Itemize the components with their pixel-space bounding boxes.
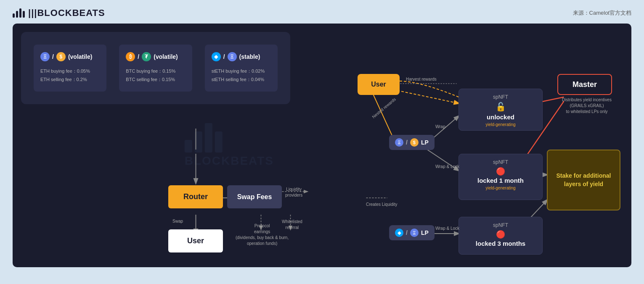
fee-card-3-fees: stETH buying fee：0.02% stETH selling fee… bbox=[212, 67, 271, 84]
dai-icon: $ bbox=[56, 52, 66, 61]
steth-buying-fee: stETH buying fee：0.02% bbox=[212, 67, 271, 76]
lp2-slash: / bbox=[406, 229, 408, 236]
router-label: Router bbox=[183, 192, 208, 201]
lp1-dai-icon: $ bbox=[410, 138, 419, 147]
fee-panel: Ξ / $ (volatile) ETH buying fee：0.05% ET… bbox=[21, 32, 290, 104]
swap-label: Swap bbox=[172, 219, 183, 224]
swap-fees-box: Swap Fees bbox=[227, 185, 282, 208]
wrap-lock-label-2: Wrap & Lock bbox=[435, 226, 459, 231]
btc-buying-fee: BTC buying fee：0.15% bbox=[126, 67, 185, 76]
fee-card-3-header: ◈ / Ξ (stable) bbox=[212, 52, 271, 61]
fee-card-2-header: ₿ / ₮ (volatile) bbox=[126, 52, 185, 61]
watermark-text: BLOCKBEATS bbox=[185, 154, 274, 168]
spnft-locked3-main: locked 3 months bbox=[464, 240, 537, 247]
lp2-eth-icon: Ξ bbox=[410, 229, 419, 237]
spnft-locked1-box: spNFT 🔴 locked 1 month yield-generating bbox=[458, 154, 543, 200]
steth-icon: ◈ bbox=[212, 52, 221, 61]
fee-card-3-type: (stable) bbox=[239, 53, 260, 60]
btc-icon: ₿ bbox=[126, 52, 135, 61]
master-label: Master bbox=[572, 80, 597, 89]
btc-selling-fee: BTC selling fee：0.15% bbox=[126, 76, 185, 84]
nested-rewards-label: Nested rewards bbox=[371, 97, 397, 119]
spnft-locked1-yield: yield-generating bbox=[464, 186, 537, 190]
spnft-unlocked-box: spNFT 🔓 unlocked yield-generating bbox=[458, 89, 543, 131]
user-box-right: User bbox=[358, 74, 400, 95]
whitelisted-label: Whitelisted referral bbox=[282, 219, 302, 231]
spnft-unlocked-main: unlocked bbox=[464, 113, 537, 121]
fee-card-2-type: (volatile) bbox=[154, 53, 178, 60]
wm-bar-4 bbox=[215, 131, 223, 153]
wrap-label: Wrap bbox=[435, 124, 445, 129]
steth-selling-fee: stETH selling fee：0.04% bbox=[212, 76, 271, 84]
eth2-icon: Ξ bbox=[228, 52, 237, 61]
spnft-locked3-box: spNFT 🔴 locked 3 months bbox=[458, 217, 543, 255]
logo-bar-1 bbox=[13, 13, 15, 18]
lock1-icon: 🔴 bbox=[464, 167, 537, 176]
logo-bar-4 bbox=[23, 11, 25, 18]
header: |||BLOCKBEATS 来源：Camelot官方文档 bbox=[0, 0, 644, 24]
fee-card-steth-eth: ◈ / Ξ (stable) stETH buying fee：0.02% st… bbox=[205, 45, 278, 92]
spnft-locked1-title: spNFT bbox=[464, 159, 537, 165]
logo-bar-2 bbox=[16, 11, 18, 18]
wm-bar-2 bbox=[195, 131, 202, 153]
unlock-icon: 🔓 bbox=[464, 102, 537, 112]
eth-icon: Ξ bbox=[40, 52, 50, 61]
fee-card-eth-dai: Ξ / $ (volatile) ETH buying fee：0.05% ET… bbox=[34, 45, 106, 92]
user-box-left: User bbox=[168, 229, 223, 252]
fee-card-3-slash: / bbox=[223, 53, 225, 60]
spnft-unlocked-title: spNFT bbox=[464, 94, 537, 100]
lp1-label: LP bbox=[421, 139, 429, 146]
router-box: Router bbox=[168, 185, 223, 208]
lp1-slash: / bbox=[406, 139, 408, 146]
fee-card-2-slash: / bbox=[138, 53, 139, 60]
logo-icon bbox=[13, 8, 25, 18]
stake-label: Stake for additional layers of yield bbox=[554, 172, 613, 188]
liquidity-label: Liquidity providers bbox=[285, 187, 302, 198]
watermark: BLOCKBEATS bbox=[185, 123, 274, 168]
stake-box: Stake for additional layers of yield bbox=[547, 150, 620, 210]
fee-card-2-fees: BTC buying fee：0.15% BTC selling fee：0.1… bbox=[126, 67, 185, 84]
wrap-lock-label-1: Wrap & Lock bbox=[435, 164, 459, 169]
eth-buying-fee: ETH buying fee：0.05% bbox=[40, 67, 100, 76]
logo-bar-3 bbox=[19, 8, 21, 18]
spnft-locked3-title: spNFT bbox=[464, 222, 537, 228]
fee-card-1-fees: ETH buying fee：0.05% ETH selling fee：0.2… bbox=[40, 67, 100, 84]
lock3-icon: 🔴 bbox=[464, 230, 537, 239]
fee-cards-container: Ξ / $ (volatile) ETH buying fee：0.05% ET… bbox=[34, 45, 278, 92]
fee-card-btc-usdt: ₿ / ₮ (volatile) BTC buying fee：0.15% BT… bbox=[119, 45, 192, 92]
spnft-unlocked-yield: yield-generating bbox=[464, 122, 537, 127]
protocol-label: Protocol earnings (dividends, buy back &… bbox=[236, 223, 289, 247]
lp2-label: LP bbox=[421, 229, 429, 236]
usdt-icon: ₮ bbox=[142, 52, 151, 61]
lp2-box: ◈ / Ξ LP bbox=[389, 225, 435, 240]
harvest-rewards-label: Harvest rewards bbox=[406, 77, 437, 82]
master-box: Master bbox=[557, 74, 612, 95]
user-left-label: User bbox=[187, 237, 204, 245]
main-canvas: BLOCKBEATS Ξ / $ (volatile) ETH buying f… bbox=[13, 24, 631, 267]
logo-text: |||BLOCKBEATS bbox=[28, 8, 105, 18]
wm-bar-3 bbox=[205, 123, 212, 153]
creates-liquidity-label: Creates Liquidity bbox=[366, 202, 397, 207]
distributes-label: Distributes yield incentives (GRAILS xGR… bbox=[557, 97, 616, 115]
logo: |||BLOCKBEATS bbox=[13, 8, 105, 18]
source-text: 来源：Camelot官方文档 bbox=[573, 9, 631, 17]
lp2-steth-icon: ◈ bbox=[395, 229, 403, 237]
swap-fees-label: Swap Fees bbox=[237, 193, 272, 201]
eth-selling-fee: ETH selling fee：0.2% bbox=[40, 76, 100, 84]
fee-card-1-header: Ξ / $ (volatile) bbox=[40, 52, 100, 61]
spnft-locked1-main: locked 1 month bbox=[464, 177, 537, 184]
fee-card-1-type: (volatile) bbox=[68, 53, 93, 60]
lp1-eth-icon: Ξ bbox=[395, 138, 403, 147]
fee-card-1-slash: / bbox=[52, 53, 54, 60]
watermark-bars bbox=[185, 123, 274, 153]
lp1-box: Ξ / $ LP bbox=[389, 135, 435, 150]
wm-bar-1 bbox=[185, 140, 192, 153]
user-right-label: User bbox=[371, 81, 386, 88]
